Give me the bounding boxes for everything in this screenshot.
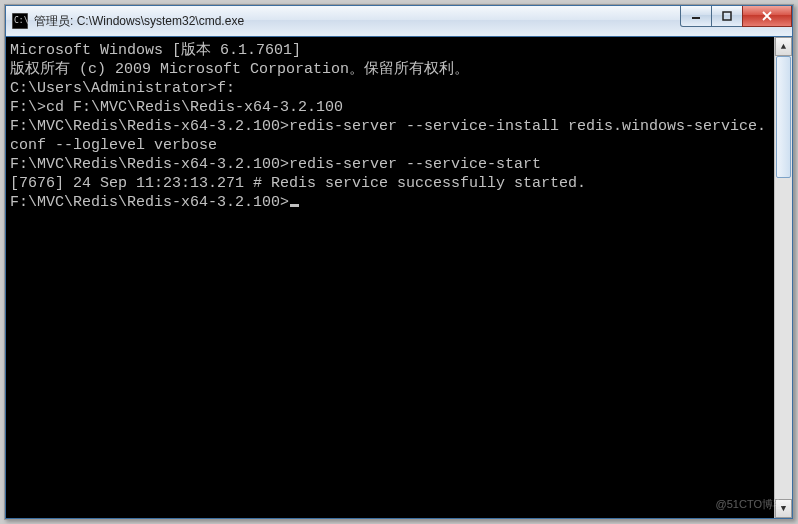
console-output[interactable]: Microsoft Windows [版本 6.1.7601]版权所有 (c) … — [6, 37, 774, 518]
console-line: C:\Users\Administrator>f: — [10, 79, 770, 98]
svg-rect-4 — [723, 12, 731, 20]
scroll-down-button[interactable]: ▼ — [775, 499, 792, 518]
console-line: F:\>cd F:\MVC\Redis\Redis-x64-3.2.100 — [10, 98, 770, 117]
window-client-area: Microsoft Windows [版本 6.1.7601]版权所有 (c) … — [6, 37, 792, 518]
console-line: F:\MVC\Redis\Redis-x64-3.2.100>redis-ser… — [10, 155, 770, 174]
scroll-thumb[interactable] — [776, 56, 791, 178]
minimize-button[interactable] — [680, 6, 712, 27]
console-line: F:\MVC\Redis\Redis-x64-3.2.100>redis-ser… — [10, 117, 770, 155]
window-title: 管理员: C:\Windows\system32\cmd.exe — [34, 13, 792, 30]
console-line: [7676] 24 Sep 11:23:13.271 # Redis servi… — [10, 174, 770, 193]
text-cursor — [290, 204, 299, 207]
scroll-track[interactable] — [775, 56, 792, 499]
close-button[interactable] — [742, 6, 792, 27]
cmd-window: C:\ 管理员: C:\Windows\system32\cmd.exe Mic… — [5, 5, 793, 519]
console-line: F:\MVC\Redis\Redis-x64-3.2.100> — [10, 193, 770, 212]
cmd-icon: C:\ — [12, 13, 28, 29]
svg-text:C:\: C:\ — [14, 16, 28, 25]
vertical-scrollbar[interactable]: ▲ ▼ — [774, 37, 792, 518]
console-line: 版权所有 (c) 2009 Microsoft Corporation。保留所有… — [10, 60, 770, 79]
scroll-up-button[interactable]: ▲ — [775, 37, 792, 56]
maximize-button[interactable] — [711, 6, 743, 27]
console-line: Microsoft Windows [版本 6.1.7601] — [10, 41, 770, 60]
screenshot-bounding-frame: C:\ 管理员: C:\Windows\system32\cmd.exe Mic… — [4, 4, 794, 520]
window-buttons — [681, 6, 792, 26]
svg-rect-3 — [692, 17, 700, 19]
window-titlebar[interactable]: C:\ 管理员: C:\Windows\system32\cmd.exe — [6, 6, 792, 37]
